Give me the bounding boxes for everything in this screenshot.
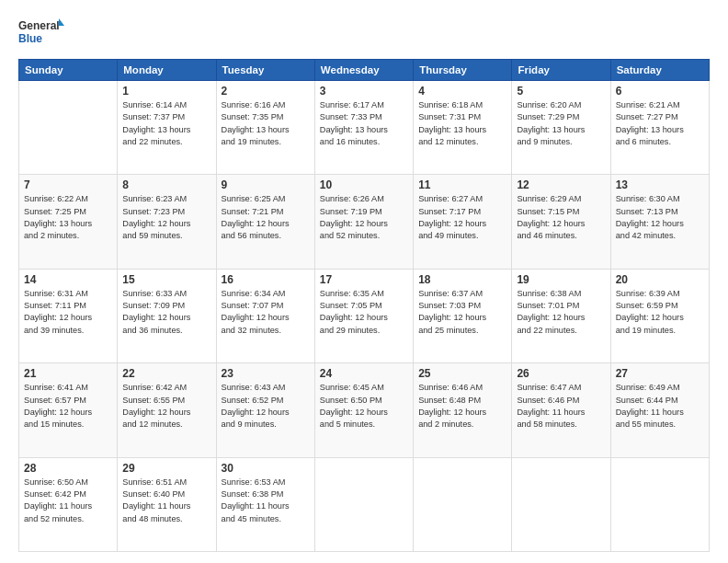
header: General Blue <box>18 17 710 50</box>
week-row-5: 28Sunrise: 6:50 AMSunset: 6:42 PMDayligh… <box>19 457 710 551</box>
day-number: 11 <box>418 178 506 191</box>
calendar-cell: 18Sunrise: 6:37 AMSunset: 7:03 PMDayligh… <box>414 269 512 362</box>
page: General Blue SundayMondayTuesdayWednesda… <box>0 0 728 563</box>
logo: General Blue <box>18 17 64 50</box>
calendar-cell: 19Sunrise: 6:38 AMSunset: 7:01 PMDayligh… <box>512 269 610 362</box>
day-number: 14 <box>24 273 112 286</box>
calendar-cell: 9Sunrise: 6:25 AMSunset: 7:21 PMDaylight… <box>216 175 314 269</box>
cell-info: Sunrise: 6:27 AMSunset: 7:17 PMDaylight:… <box>418 193 506 242</box>
week-row-2: 7Sunrise: 6:22 AMSunset: 7:25 PMDaylight… <box>19 175 710 269</box>
cell-info: Sunrise: 6:16 AMSunset: 7:35 PMDaylight:… <box>222 99 310 148</box>
cell-info: Sunrise: 6:35 AMSunset: 7:05 PMDaylight:… <box>320 288 408 337</box>
calendar-cell: 13Sunrise: 6:30 AMSunset: 7:13 PMDayligh… <box>610 175 709 269</box>
day-number: 8 <box>122 178 210 191</box>
day-number: 28 <box>24 462 112 475</box>
calendar-cell <box>414 457 512 551</box>
calendar-cell <box>610 457 709 551</box>
cell-info: Sunrise: 6:49 AMSunset: 6:44 PMDaylight:… <box>616 382 704 431</box>
cell-info: Sunrise: 6:34 AMSunset: 7:07 PMDaylight:… <box>222 288 310 337</box>
cell-info: Sunrise: 6:51 AMSunset: 6:40 PMDaylight:… <box>122 477 210 525</box>
calendar-cell: 12Sunrise: 6:29 AMSunset: 7:15 PMDayligh… <box>512 175 610 269</box>
day-number: 5 <box>517 85 605 98</box>
day-number: 20 <box>616 273 704 286</box>
cell-info: Sunrise: 6:42 AMSunset: 6:55 PMDaylight:… <box>122 382 210 431</box>
day-number: 15 <box>122 273 210 286</box>
day-number: 4 <box>418 85 506 98</box>
calendar-cell: 14Sunrise: 6:31 AMSunset: 7:11 PMDayligh… <box>19 269 118 362</box>
cell-info: Sunrise: 6:38 AMSunset: 7:01 PMDaylight:… <box>517 288 605 337</box>
cell-info: Sunrise: 6:17 AMSunset: 7:33 PMDaylight:… <box>320 99 408 148</box>
day-number: 6 <box>616 85 704 98</box>
calendar-cell: 29Sunrise: 6:51 AMSunset: 6:40 PMDayligh… <box>118 457 216 551</box>
week-row-3: 14Sunrise: 6:31 AMSunset: 7:11 PMDayligh… <box>19 269 710 362</box>
day-number: 13 <box>616 178 704 191</box>
day-number: 16 <box>222 273 310 286</box>
calendar-cell <box>314 457 413 551</box>
calendar-cell: 11Sunrise: 6:27 AMSunset: 7:17 PMDayligh… <box>414 175 512 269</box>
calendar-cell: 22Sunrise: 6:42 AMSunset: 6:55 PMDayligh… <box>118 363 216 457</box>
calendar-cell: 2Sunrise: 6:16 AMSunset: 7:35 PMDaylight… <box>216 81 314 175</box>
day-number: 12 <box>517 178 605 191</box>
day-number: 17 <box>320 273 408 286</box>
weekday-header-wednesday: Wednesday <box>314 60 413 81</box>
day-number: 7 <box>24 178 112 191</box>
calendar-cell <box>19 81 118 175</box>
calendar-cell: 17Sunrise: 6:35 AMSunset: 7:05 PMDayligh… <box>314 269 413 362</box>
calendar-cell: 1Sunrise: 6:14 AMSunset: 7:37 PMDaylight… <box>118 81 216 175</box>
weekday-header-friday: Friday <box>512 60 610 81</box>
week-row-4: 21Sunrise: 6:41 AMSunset: 6:57 PMDayligh… <box>19 363 710 457</box>
calendar-cell: 24Sunrise: 6:45 AMSunset: 6:50 PMDayligh… <box>314 363 413 457</box>
cell-info: Sunrise: 6:41 AMSunset: 6:57 PMDaylight:… <box>24 382 112 431</box>
calendar-cell: 25Sunrise: 6:46 AMSunset: 6:48 PMDayligh… <box>414 363 512 457</box>
svg-text:Blue: Blue <box>18 32 42 45</box>
day-number: 1 <box>122 85 210 98</box>
cell-info: Sunrise: 6:53 AMSunset: 6:38 PMDaylight:… <box>222 477 310 525</box>
cell-info: Sunrise: 6:21 AMSunset: 7:27 PMDaylight:… <box>616 99 704 148</box>
day-number: 30 <box>222 462 310 475</box>
cell-info: Sunrise: 6:50 AMSunset: 6:42 PMDaylight:… <box>24 477 112 525</box>
calendar-cell: 3Sunrise: 6:17 AMSunset: 7:33 PMDaylight… <box>314 81 413 175</box>
calendar-cell: 21Sunrise: 6:41 AMSunset: 6:57 PMDayligh… <box>19 363 118 457</box>
day-number: 10 <box>320 178 408 191</box>
cell-info: Sunrise: 6:14 AMSunset: 7:37 PMDaylight:… <box>122 99 210 148</box>
calendar-cell: 5Sunrise: 6:20 AMSunset: 7:29 PMDaylight… <box>512 81 610 175</box>
weekday-header-tuesday: Tuesday <box>216 60 314 81</box>
cell-info: Sunrise: 6:23 AMSunset: 7:23 PMDaylight:… <box>122 193 210 242</box>
weekday-header-row: SundayMondayTuesdayWednesdayThursdayFrid… <box>19 60 710 81</box>
cell-info: Sunrise: 6:45 AMSunset: 6:50 PMDaylight:… <box>320 382 408 431</box>
day-number: 24 <box>320 367 408 380</box>
weekday-header-saturday: Saturday <box>610 60 709 81</box>
calendar-cell: 30Sunrise: 6:53 AMSunset: 6:38 PMDayligh… <box>216 457 314 551</box>
day-number: 2 <box>222 85 310 98</box>
logo-svg: General Blue <box>18 17 64 50</box>
weekday-header-monday: Monday <box>118 60 216 81</box>
cell-info: Sunrise: 6:26 AMSunset: 7:19 PMDaylight:… <box>320 193 408 242</box>
calendar-cell: 15Sunrise: 6:33 AMSunset: 7:09 PMDayligh… <box>118 269 216 362</box>
calendar-cell: 8Sunrise: 6:23 AMSunset: 7:23 PMDaylight… <box>118 175 216 269</box>
cell-info: Sunrise: 6:47 AMSunset: 6:46 PMDaylight:… <box>517 382 605 431</box>
day-number: 26 <box>517 367 605 380</box>
calendar-cell: 16Sunrise: 6:34 AMSunset: 7:07 PMDayligh… <box>216 269 314 362</box>
day-number: 22 <box>122 367 210 380</box>
calendar-cell: 7Sunrise: 6:22 AMSunset: 7:25 PMDaylight… <box>19 175 118 269</box>
week-row-1: 1Sunrise: 6:14 AMSunset: 7:37 PMDaylight… <box>19 81 710 175</box>
day-number: 18 <box>418 273 506 286</box>
cell-info: Sunrise: 6:29 AMSunset: 7:15 PMDaylight:… <box>517 193 605 242</box>
cell-info: Sunrise: 6:37 AMSunset: 7:03 PMDaylight:… <box>418 288 506 337</box>
day-number: 3 <box>320 85 408 98</box>
cell-info: Sunrise: 6:22 AMSunset: 7:25 PMDaylight:… <box>24 193 112 242</box>
calendar-cell: 6Sunrise: 6:21 AMSunset: 7:27 PMDaylight… <box>610 81 709 175</box>
cell-info: Sunrise: 6:20 AMSunset: 7:29 PMDaylight:… <box>517 99 605 148</box>
calendar-cell <box>512 457 610 551</box>
cell-info: Sunrise: 6:33 AMSunset: 7:09 PMDaylight:… <box>122 288 210 337</box>
weekday-header-sunday: Sunday <box>19 60 118 81</box>
cell-info: Sunrise: 6:25 AMSunset: 7:21 PMDaylight:… <box>222 193 310 242</box>
cell-info: Sunrise: 6:43 AMSunset: 6:52 PMDaylight:… <box>222 382 310 431</box>
day-number: 29 <box>122 462 210 475</box>
svg-text:General: General <box>18 19 60 32</box>
weekday-header-thursday: Thursday <box>414 60 512 81</box>
calendar-cell: 23Sunrise: 6:43 AMSunset: 6:52 PMDayligh… <box>216 363 314 457</box>
cell-info: Sunrise: 6:46 AMSunset: 6:48 PMDaylight:… <box>418 382 506 431</box>
calendar-cell: 4Sunrise: 6:18 AMSunset: 7:31 PMDaylight… <box>414 81 512 175</box>
day-number: 25 <box>418 367 506 380</box>
